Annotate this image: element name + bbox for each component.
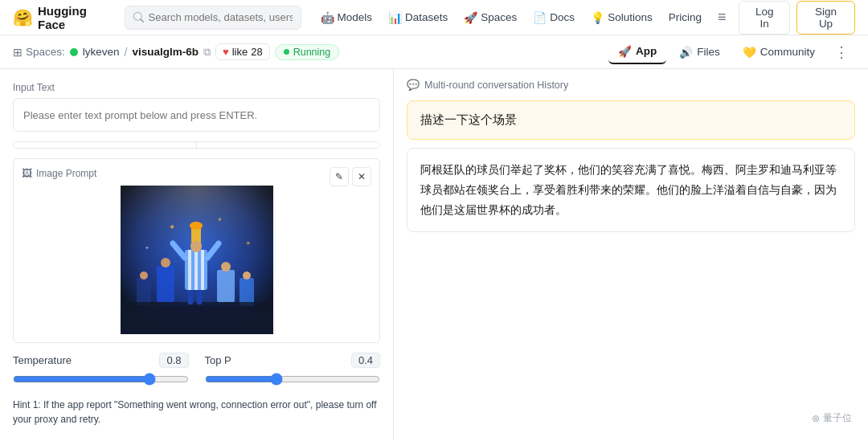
svg-point-21 [243, 272, 251, 280]
clear-button[interactable]: Clear [197, 142, 379, 149]
history-label-text: Multi-round conversation History [424, 80, 568, 91]
spaces-bar-right: 🚀 App 🔊 Files 💛 Community ⋮ [608, 40, 855, 64]
models-icon: 🤖 [321, 11, 334, 24]
nav-label-docs: Docs [550, 11, 575, 23]
spaces-text: Spaces: [26, 46, 65, 58]
nav-item-pricing[interactable]: Pricing [662, 8, 708, 27]
spaces-bar: ⊞ Spaces: lykeven / visualglm-6b ⧉ ♥ lik… [0, 35, 868, 69]
watermark-text: 量子位 [823, 411, 852, 425]
temperature-slider[interactable] [13, 373, 189, 386]
edit-image-button[interactable]: ✎ [330, 167, 349, 186]
spaces-bar-left: ⊞ Spaces: lykeven / visualglm-6b ⧉ ♥ lik… [13, 43, 602, 60]
nav-item-docs[interactable]: 📄 Docs [526, 8, 581, 27]
top-p-value: 0.4 [351, 353, 380, 368]
assistant-message: 阿根廷队的球员们举起了奖杯，他们的笑容充满了喜悦。梅西、阿圭罗和迪马利亚等球员都… [407, 148, 855, 233]
image-prompt-label: 🖼 Image Prompt [22, 167, 371, 179]
image-prompt-section: 🖼 Image Prompt [13, 158, 380, 343]
image-prompt-text: Image Prompt [36, 168, 96, 179]
svg-rect-26 [121, 302, 273, 334]
tab-app[interactable]: 🚀 App [608, 40, 666, 64]
app-tab-label: App [636, 45, 657, 57]
tab-files[interactable]: 🔊 Files [669, 41, 730, 63]
action-buttons: Generate Clear [13, 141, 380, 149]
sliders-row: Temperature 0.8 Top P 0.4 [13, 353, 380, 388]
nav-label-solutions: Solutions [608, 11, 653, 23]
svg-rect-18 [137, 278, 151, 306]
svg-rect-16 [217, 270, 235, 302]
generate-button[interactable]: Generate [14, 142, 197, 149]
files-tab-label: Files [697, 46, 720, 58]
svg-point-15 [161, 258, 170, 267]
nav-item-solutions[interactable]: 💡 Solutions [584, 8, 659, 27]
like-count: 28 [251, 46, 262, 58]
top-p-group: Top P 0.4 [205, 353, 381, 388]
logo[interactable]: 🤗 Hugging Face [13, 4, 112, 31]
community-tab-icon: 💛 [743, 46, 756, 59]
logo-text: Hugging Face [38, 4, 112, 31]
image-actions: ✎ ✕ [330, 167, 371, 186]
svg-rect-7 [201, 250, 204, 290]
spaces-grid-icon: ⊞ [13, 46, 23, 59]
svg-rect-28 [197, 290, 202, 304]
nav-label-datasets: Datasets [405, 11, 448, 23]
nav-item-spaces[interactable]: 🚀 Spaces [457, 8, 523, 27]
login-button[interactable]: Log In [739, 1, 790, 35]
svg-text:✦: ✦ [169, 223, 175, 231]
search-bar[interactable] [125, 6, 301, 30]
right-panel: 💬 Multi-round conversation History 描述一下这… [394, 69, 868, 439]
nav-item-models[interactable]: 🤖 Models [314, 8, 379, 27]
community-tab-label: Community [760, 46, 815, 58]
svg-point-13 [190, 241, 202, 252]
temperature-group: Temperature 0.8 [13, 353, 189, 388]
svg-rect-14 [157, 266, 174, 302]
input-text-section: Input Text [13, 82, 380, 132]
user-message: 描述一下这个场景 [407, 100, 855, 140]
files-tab-icon: 🔊 [679, 46, 693, 59]
nav-item-datasets[interactable]: 📊 Datasets [382, 8, 454, 27]
signup-button[interactable]: Sign Up [796, 1, 855, 35]
input-text-label: Input Text [13, 82, 380, 93]
text-input[interactable] [13, 98, 380, 132]
chat-history-label: 💬 Multi-round conversation History [407, 79, 855, 91]
chat-icon: 💬 [407, 79, 420, 91]
top-p-header: Top P 0.4 [205, 353, 381, 368]
top-p-slider[interactable] [205, 373, 381, 386]
navbar-actions: Log In Sign Up [739, 1, 855, 35]
svg-text:✦: ✦ [217, 216, 223, 223]
svg-rect-6 [194, 250, 198, 290]
user-status-dot [70, 48, 78, 56]
image-container: ✦ ✦ ✦ ✦ [22, 186, 371, 334]
watermark: ⊛ 量子位 [812, 411, 852, 425]
solutions-icon: 💡 [591, 11, 604, 24]
copy-icon[interactable]: ⧉ [203, 46, 211, 59]
docs-icon: 📄 [533, 11, 547, 24]
datasets-icon: 📊 [388, 11, 402, 24]
remove-image-button[interactable]: ✕ [352, 167, 371, 186]
breadcrumb-separator: / [125, 46, 128, 59]
repo-name[interactable]: visualglm-6b [132, 46, 199, 58]
tab-more-button[interactable]: ⋮ [828, 40, 855, 64]
svg-point-19 [140, 272, 148, 280]
svg-rect-5 [188, 250, 191, 290]
svg-rect-20 [240, 278, 254, 306]
svg-text:✦: ✦ [145, 245, 149, 251]
nav-more-button[interactable]: ≡ [711, 6, 733, 29]
user-link[interactable]: lykeven [83, 46, 120, 58]
watermark-icon: ⊛ [812, 413, 820, 424]
nav-items: 🤖 Models 📊 Datasets 🚀 Spaces 📄 Docs 💡 So… [314, 6, 733, 29]
heart-icon: ♥ [223, 46, 229, 58]
top-p-label: Top P [205, 354, 231, 366]
svg-rect-27 [188, 290, 193, 304]
main-content: Input Text Generate Clear 🖼 Image Prompt [0, 69, 868, 439]
nav-label-models: Models [338, 11, 373, 23]
tab-community[interactable]: 💛 Community [733, 41, 825, 63]
svg-text:✦: ✦ [245, 239, 252, 247]
nav-label-pricing: Pricing [669, 11, 702, 23]
temperature-value: 0.8 [159, 353, 188, 368]
search-input[interactable] [149, 11, 293, 23]
navbar: 🤗 Hugging Face 🤖 Models 📊 Datasets 🚀 Spa… [0, 0, 868, 35]
running-dot [284, 49, 289, 55]
temperature-label: Temperature [13, 354, 72, 366]
like-badge[interactable]: ♥ like 28 [215, 43, 270, 60]
svg-point-11 [190, 222, 203, 230]
